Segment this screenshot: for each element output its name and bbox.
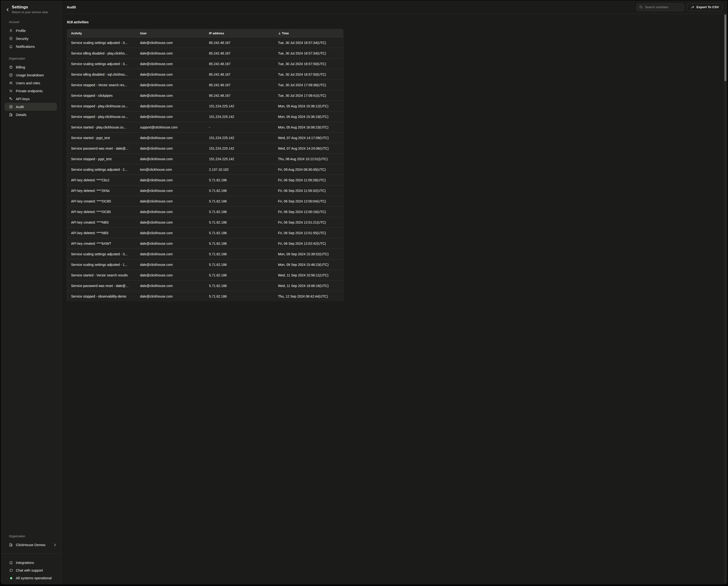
- cell-time: Mon, 09 Sep 2024 15:39:52(UTC): [274, 252, 343, 256]
- table-row[interactable]: Service started - play.clickhouse.co...s…: [67, 122, 343, 132]
- table-row[interactable]: Service stopped - pypi_testdale@clickhou…: [67, 153, 343, 164]
- sidebar-item-billing[interactable]: Billing: [1, 63, 61, 71]
- cell-ip-address: 5.71.62.186: [205, 284, 274, 288]
- cell-user: dale@clickhouse.com: [136, 199, 205, 203]
- cell-activity: API key deleted: ****CbzJ: [67, 178, 136, 182]
- cell-ip-address: 151.224.225.142: [205, 104, 274, 108]
- table-row[interactable]: Service started - Vector search resultsd…: [67, 270, 343, 280]
- table-row[interactable]: API key created: ****OCB5dale@clickhouse…: [67, 196, 343, 206]
- table-row[interactable]: API key created: ****bXWTdale@clickhouse…: [67, 238, 343, 249]
- cell-activity: API key deleted: ****2KNc: [67, 189, 136, 193]
- users-icon: [9, 81, 13, 85]
- sidebar-nav: AccountProfileSecurityNotificationsOrgan…: [1, 14, 61, 119]
- table-row[interactable]: Service scaling settings adjusted - 3...…: [67, 249, 343, 259]
- cell-activity: Service password was reset - dale@...: [67, 284, 136, 288]
- table-row[interactable]: Service started - pypi_testdale@clickhou…: [67, 132, 343, 143]
- table-row[interactable]: Service password was reset - dale@...dal…: [67, 143, 343, 153]
- cell-ip-address: 5.71.62.186: [205, 273, 274, 277]
- cell-time: Tue, 30 Jul 2024 16:57:50(UTC): [274, 73, 343, 76]
- table-row[interactable]: Service password was reset - dale@...dal…: [67, 280, 343, 291]
- column-header-activity[interactable]: Activity: [67, 32, 136, 35]
- sidebar-item-details[interactable]: Details: [1, 111, 61, 119]
- app-window: Settings Return to your service view Acc…: [1, 0, 364, 293]
- table-row[interactable]: API key created: ****hBl3dale@clickhouse…: [67, 217, 343, 227]
- sidebar-item-label: Audit: [16, 105, 24, 109]
- cell-time: Tue, 30 Jul 2024 16:57:50(UTC): [274, 62, 343, 66]
- cell-time: Fri, 06 Sep 2024 11:59:28(UTC): [274, 178, 343, 182]
- table-row[interactable]: Service scaling settings adjusted - 3...…: [67, 37, 343, 48]
- sidebar-item-api-keys[interactable]: API keys: [1, 95, 61, 103]
- table-row[interactable]: Service idling disabled - play.clickho..…: [67, 48, 343, 58]
- sort-arrow-down-icon: [278, 32, 281, 35]
- cell-ip-address: 5.71.62.186: [205, 231, 274, 235]
- table-row[interactable]: API key deleted: ****hBl3dale@clickhouse…: [67, 227, 343, 238]
- sidebar-item-label: Billing: [16, 65, 25, 69]
- cell-activity: Service stopped - play.clickhouse.co...: [67, 104, 136, 108]
- billing-icon: [9, 65, 13, 69]
- column-header-time[interactable]: Time: [274, 32, 343, 35]
- cell-user: dale@clickhouse.com: [136, 178, 205, 182]
- bell-icon: [9, 44, 13, 49]
- table-row[interactable]: Service stopped - Vector search res...da…: [67, 79, 343, 90]
- cell-ip-address: 5.71.62.186: [205, 199, 274, 203]
- cell-activity: Service stopped - Vector search res...: [67, 83, 136, 87]
- cell-activity: Service started - pypi_test: [67, 136, 136, 140]
- cell-user: dale@clickhouse.com: [136, 41, 205, 45]
- back-chevron-icon[interactable]: [5, 7, 9, 12]
- sidebar-item-users-and-roles[interactable]: Users and roles: [1, 79, 61, 87]
- cell-time: Mon, 05 Aug 2024 15:36:12(UTC): [274, 104, 343, 108]
- shield-check-icon: [9, 36, 13, 41]
- sidebar-item-label: Security: [16, 37, 28, 41]
- table-row[interactable]: Service idling disabled - sql.clickhou..…: [67, 69, 343, 79]
- cell-ip-address: 85.242.48.167: [205, 83, 274, 87]
- cell-time: Mon, 05 Aug 2024 15:36:19(UTC): [274, 115, 343, 119]
- table-row[interactable]: Service stopped - play.clickhouse.co...d…: [67, 101, 343, 111]
- cell-user: dale@clickhouse.com: [136, 73, 205, 76]
- table-row[interactable]: API key deleted: ****OCB5dale@clickhouse…: [67, 206, 343, 217]
- key-icon: [9, 97, 13, 101]
- cell-time: Thu, 08 Aug 2024 10:12:01(UTC): [274, 157, 343, 161]
- cell-time: Fri, 06 Sep 2024 12:02:42(UTC): [274, 242, 343, 245]
- sidebar-item-label: Private endpoints: [16, 89, 43, 93]
- sidebar-item-usage-breakdown[interactable]: Usage breakdown: [1, 71, 61, 79]
- cell-user: dale@clickhouse.com: [136, 62, 205, 66]
- cell-activity: API key deleted: ****hBl3: [67, 231, 136, 235]
- table-row[interactable]: API key deleted: ****CbzJdale@clickhouse…: [67, 175, 343, 185]
- column-header-ip-address[interactable]: IP address: [205, 32, 274, 35]
- sidebar-item-label: Details: [16, 113, 26, 117]
- sidebar-item-audit[interactable]: Audit: [5, 103, 57, 111]
- cell-time: Tue, 30 Jul 2024 16:57:34(UTC): [274, 41, 343, 45]
- audit-table: ActivityUserIP addressTime Service scali…: [67, 29, 343, 293]
- cell-user: dale@clickhouse.com: [136, 210, 205, 214]
- column-header-label: Activity: [71, 32, 82, 35]
- table-row[interactable]: Service scaling settings adjusted - 1...…: [67, 259, 343, 270]
- sidebar-item-private-endpoints[interactable]: Private endpoints: [1, 87, 61, 95]
- sidebar-item-profile[interactable]: Profile: [1, 27, 61, 34]
- table-row[interactable]: Service stopped - observability-demodale…: [67, 291, 343, 293]
- cell-user: dale@clickhouse.com: [136, 231, 205, 235]
- table-row[interactable]: Service scaling settings adjusted - 3...…: [67, 58, 343, 69]
- cell-time: Wed, 07 Aug 2024 14:17:09(UTC): [274, 136, 343, 140]
- sidebar-item-label: Profile: [16, 29, 26, 33]
- cell-ip-address: 85.242.48.167: [205, 73, 274, 76]
- table-row[interactable]: Service stopped - play.clickhouse.co...d…: [67, 111, 343, 122]
- cell-ip-address: 85.242.48.167: [205, 62, 274, 66]
- table-row[interactable]: Service scaling settings adjusted - 2...…: [67, 164, 343, 175]
- table-row[interactable]: Service stopped - clickpipesdale@clickho…: [67, 90, 343, 101]
- cell-activity: Service idling disabled - sql.clickhou..…: [67, 73, 136, 76]
- sidebar-item-security[interactable]: Security: [1, 34, 61, 43]
- column-header-label: Time: [282, 32, 289, 35]
- cell-user: dale@clickhouse.com: [136, 157, 205, 161]
- cell-time: Fri, 06 Sep 2024 12:01:55(UTC): [274, 231, 343, 235]
- sidebar-subtitle[interactable]: Return to your service view: [12, 10, 48, 14]
- audit-pulse-icon: [9, 105, 13, 109]
- cell-activity: Service scaling settings adjusted - 3...: [67, 41, 136, 45]
- cell-time: Fri, 06 Sep 2024 12:00:16(UTC): [274, 210, 343, 214]
- sidebar-item-label: Notifications: [16, 45, 35, 49]
- section-label: Account: [1, 20, 61, 24]
- cell-ip-address: 5.71.62.186: [205, 220, 274, 224]
- sidebar-item-notifications[interactable]: Notifications: [1, 43, 61, 50]
- column-header-user[interactable]: User: [136, 32, 205, 35]
- table-row[interactable]: API key deleted: ****2KNcdale@clickhouse…: [67, 185, 343, 196]
- settings-sidebar: Settings Return to your service view Acc…: [1, 0, 61, 293]
